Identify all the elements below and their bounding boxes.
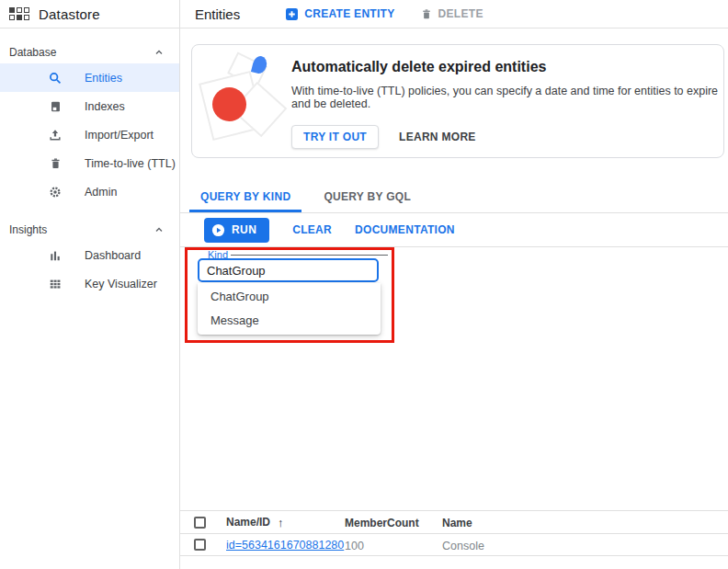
toolbar: Entities CREATE ENTITY DELETE [180, 0, 728, 28]
trash-icon [48, 156, 63, 171]
select-all-checkbox[interactable] [194, 517, 206, 529]
sidebar-section-insights[interactable]: Insights [0, 219, 179, 241]
dropdown-option-message[interactable]: Message [198, 308, 381, 332]
try-it-out-button[interactable]: TRY IT OUT [291, 125, 379, 149]
documentation-button[interactable]: DOCUMENTATION [355, 223, 455, 236]
sidebar-item-label: Import/Export [85, 129, 154, 142]
delete-button[interactable]: DELETE [421, 7, 483, 20]
sidebar-item-entities[interactable]: Entities [0, 63, 179, 92]
ttl-illustration [192, 45, 291, 157]
run-button[interactable]: RUN [204, 218, 269, 243]
delete-label: DELETE [438, 7, 483, 20]
row-checkbox[interactable] [194, 539, 206, 551]
column-header-name[interactable]: Name [442, 517, 472, 529]
clear-button[interactable]: CLEAR [292, 223, 332, 236]
kind-ruler-line [231, 255, 388, 256]
main-content: Entities CREATE ENTITY DELETE [180, 0, 728, 569]
sidebar-item-indexes[interactable]: Indexes [0, 92, 179, 120]
grid-icon [48, 277, 63, 291]
learn-more-button[interactable]: LEARN MORE [399, 131, 476, 143]
kind-field-label: Kind [208, 249, 228, 260]
section-label: Database [9, 46, 56, 59]
sidebar-item-admin[interactable]: Admin [0, 177, 179, 206]
promo-title: Automatically delete expired entities [291, 59, 723, 75]
upload-icon [48, 128, 63, 142]
blue-drop-shape [251, 54, 268, 74]
sidebar: Datastore Database Entities Indexes Impo… [0, 0, 180, 569]
sidebar-item-label: Dashboard [85, 249, 141, 262]
section-label: Insights [9, 223, 47, 236]
sidebar-item-ttl[interactable]: Time-to-live (TTL) [0, 149, 179, 177]
membercount-value: 100 [345, 540, 364, 552]
chevron-up-icon [154, 47, 165, 58]
kind-dropdown: ChatGroup Message [198, 283, 381, 335]
sidebar-item-dashboard[interactable]: Dashboard [0, 241, 179, 269]
sidebar-item-label: Entities [85, 72, 122, 85]
app-header: Datastore [0, 0, 179, 28]
bar-chart-icon [48, 248, 63, 263]
column-header-membercount[interactable]: MemberCount [345, 517, 419, 529]
sidebar-section-database[interactable]: Database [0, 41, 179, 63]
query-actions-row: RUN CLEAR DOCUMENTATION [180, 213, 728, 247]
datastore-logo-icon [9, 7, 29, 20]
table-header-row: Name/ID ↑ MemberCount Name [180, 511, 728, 534]
promo-description: With time-to-live (TTL) policies, you ca… [291, 85, 723, 110]
sidebar-item-import-export[interactable]: Import/Export [0, 120, 179, 149]
query-tabs: QUERY BY KIND QUERY BY GQL [180, 184, 728, 213]
gear-icon [48, 185, 63, 199]
column-header-name-id[interactable]: Name/ID [226, 516, 270, 529]
play-icon [211, 223, 225, 237]
tab-query-by-kind[interactable]: QUERY BY KIND [189, 184, 301, 212]
entity-id-link[interactable]: id=5634161670881280 [226, 539, 344, 552]
tab-query-by-gql[interactable]: QUERY BY GQL [313, 184, 422, 212]
sidebar-item-label: Key Visualizer [85, 278, 157, 290]
results-table: Name/ID ↑ MemberCount Name id=5634161670… [180, 510, 728, 556]
sidebar-item-label: Time-to-live (TTL) [85, 157, 176, 170]
table-row: id=5634161670881280 100 Console [180, 534, 728, 556]
sidebar-item-key-visualizer[interactable]: Key Visualizer [0, 269, 179, 298]
trash-icon [421, 8, 432, 20]
add-icon [286, 8, 298, 20]
dropdown-option-chatgroup[interactable]: ChatGroup [198, 284, 381, 308]
sidebar-item-label: Indexes [85, 100, 125, 113]
indexes-icon [48, 99, 63, 114]
run-label: RUN [232, 223, 256, 236]
search-icon [48, 71, 63, 85]
chevron-up-icon [154, 224, 165, 235]
sort-ascending-icon[interactable]: ↑ [278, 516, 284, 529]
query-builder-area: Kind ChatGroup Message [180, 247, 728, 510]
red-circle-shape [212, 87, 246, 121]
sidebar-item-label: Admin [85, 186, 117, 199]
create-entity-button[interactable]: CREATE ENTITY [286, 7, 394, 20]
name-value: Console [442, 540, 484, 552]
app-window: Datastore Database Entities Indexes Impo… [0, 0, 728, 569]
kind-input[interactable] [198, 258, 379, 282]
create-entity-label: CREATE ENTITY [304, 7, 394, 20]
page-title: Entities [195, 6, 240, 22]
app-title: Datastore [39, 6, 100, 22]
ttl-promo-card: Automatically delete expired entities Wi… [191, 44, 724, 158]
